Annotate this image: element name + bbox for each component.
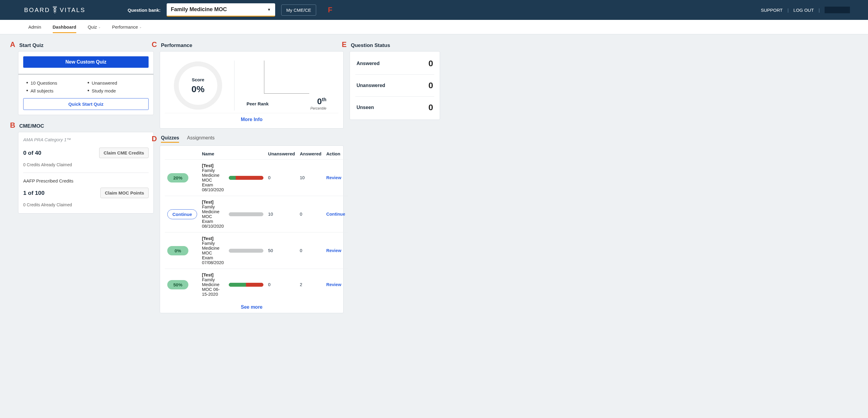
tab-quizzes[interactable]: Quizzes bbox=[161, 135, 179, 143]
cell-answered: 0 bbox=[298, 232, 324, 269]
cme-count: 0 of 40 bbox=[23, 150, 41, 156]
chevron-down-icon: ⌄ bbox=[98, 25, 101, 29]
quiz-name: [Test] Family Medicine MOC Exam 08/10/20… bbox=[199, 196, 226, 232]
score-ring: Score 0% bbox=[174, 61, 222, 109]
question-status-row: Answered 0 bbox=[355, 53, 434, 75]
quiz-name: [Test] Family Medicine MOC Exam 08/10/20… bbox=[199, 160, 226, 196]
peer-rank-block: Peer Rank 0th Percentile bbox=[234, 61, 330, 110]
topbar-right: SUPPORT | LOG OUT | bbox=[761, 7, 850, 13]
progress-bar bbox=[229, 283, 264, 287]
subnav: Admin Dashboard Quiz ⌄ Performance ⌄ bbox=[0, 20, 868, 34]
cme-title: CME/MOC bbox=[19, 123, 44, 129]
user-name-redacted[interactable] bbox=[825, 7, 850, 13]
callout-a: A bbox=[9, 40, 16, 49]
support-link[interactable]: SUPPORT bbox=[761, 7, 782, 13]
qs-value: 0 bbox=[428, 81, 433, 90]
col-action: Action bbox=[324, 148, 347, 160]
action-link[interactable]: Review bbox=[326, 175, 341, 180]
divider bbox=[23, 172, 149, 173]
new-custom-quiz-button[interactable]: New Custom Quiz bbox=[23, 56, 149, 68]
claim-moc-button[interactable]: Claim MOC Points bbox=[100, 188, 149, 198]
action-link[interactable]: Continue bbox=[326, 212, 345, 217]
nav-performance[interactable]: Performance ⌄ bbox=[112, 21, 142, 33]
qs-label: Unanswered bbox=[356, 83, 385, 88]
right-column: E Question Status Answered 0Unanswered 0… bbox=[350, 40, 440, 313]
quiz-name: [Test] Family Medicine MOC 06-15-2020 bbox=[199, 269, 226, 300]
question-bank-select[interactable]: Family Medicine MOC ▼ bbox=[167, 3, 275, 17]
start-quiz-title: Start Quiz bbox=[19, 42, 43, 49]
claim-cme-button[interactable]: Claim CME Credits bbox=[99, 148, 149, 158]
col-name: Name bbox=[199, 148, 226, 160]
quizzes-section: D Quizzes Assignments Name Unanswered An… bbox=[160, 135, 344, 313]
callout-e: E bbox=[341, 40, 348, 49]
logo: BOARD VITALS bbox=[24, 6, 86, 14]
progress-bar bbox=[229, 176, 264, 180]
caduceus-icon bbox=[51, 6, 59, 14]
nav-dashboard[interactable]: Dashboard bbox=[53, 21, 76, 33]
see-more-link[interactable]: See more bbox=[165, 300, 338, 312]
quiz-pill[interactable]: Continue bbox=[167, 209, 197, 219]
action-link[interactable]: Review bbox=[326, 282, 341, 287]
progress-bar bbox=[229, 249, 264, 253]
action-link[interactable]: Review bbox=[326, 248, 341, 253]
quiz-pill[interactable]: 0% bbox=[167, 246, 188, 255]
percentile-label: Percentile bbox=[244, 106, 330, 110]
nav-admin[interactable]: Admin bbox=[28, 21, 41, 33]
separator: | bbox=[818, 7, 820, 13]
question-status-section: E Question Status Answered 0Unanswered 0… bbox=[350, 40, 440, 120]
svg-point-1 bbox=[56, 6, 57, 7]
start-quiz-section: A Start Quiz New Custom Quiz 10 Question… bbox=[18, 40, 154, 115]
quiz-pill[interactable]: 20% bbox=[167, 173, 188, 183]
callout-d: D bbox=[151, 135, 158, 143]
col-unanswered: Unanswered bbox=[266, 148, 298, 160]
callout-c: C bbox=[151, 40, 158, 49]
question-bank-value: Family Medicine MOC bbox=[171, 6, 227, 13]
cme-claimed: 0 Credits Already Claimed bbox=[23, 162, 149, 167]
more-info-link[interactable]: More Info bbox=[165, 113, 338, 124]
quizzes-tabs: Quizzes Assignments bbox=[161, 135, 215, 143]
logout-link[interactable]: LOG OUT bbox=[794, 7, 814, 13]
page: A Start Quiz New Custom Quiz 10 Question… bbox=[0, 34, 868, 325]
moc-claimed: 0 Credits Already Claimed bbox=[23, 202, 149, 207]
svg-point-0 bbox=[53, 6, 54, 7]
chevron-down-icon: ▼ bbox=[267, 7, 271, 12]
qs-value: 0 bbox=[428, 59, 433, 68]
cme-category: AMA PRA Category 1™ bbox=[23, 137, 149, 142]
divider bbox=[19, 74, 153, 75]
callout-f: F bbox=[327, 6, 334, 14]
logo-text-left: BOARD bbox=[24, 7, 50, 13]
question-status-row: Unseen 0 bbox=[355, 97, 434, 118]
performance-title: Performance bbox=[161, 42, 192, 49]
table-row: 50% [Test] Family Medicine MOC 06-15-202… bbox=[165, 269, 347, 300]
quick-start-quiz-button[interactable]: Quick Start Quiz bbox=[23, 98, 149, 110]
left-column: A Start Quiz New Custom Quiz 10 Question… bbox=[18, 40, 154, 313]
cell-answered: 2 bbox=[298, 269, 324, 300]
logo-text-right: VITALS bbox=[60, 7, 85, 13]
performance-section: C Performance Score 0% Peer Rank 0th bbox=[160, 40, 344, 129]
tab-assignments[interactable]: Assignments bbox=[187, 135, 215, 142]
question-status-title: Question Status bbox=[351, 42, 390, 49]
quiz-pill[interactable]: 50% bbox=[167, 280, 188, 289]
question-status-row: Unanswered 0 bbox=[355, 75, 434, 97]
table-row: 0% [Test] Family Medicine MOC Exam 07/08… bbox=[165, 232, 347, 269]
table-row: Continue [Test] Family Medicine MOC Exam… bbox=[165, 196, 347, 232]
cell-answered: 0 bbox=[298, 196, 324, 232]
col-answered: Answered bbox=[298, 148, 324, 160]
cell-unanswered: 0 bbox=[266, 269, 298, 300]
progress-bar bbox=[229, 212, 264, 216]
topbar: BOARD VITALS Question bank: Family Medic… bbox=[0, 0, 868, 20]
qs-value: 0 bbox=[428, 103, 433, 112]
cell-answered: 10 bbox=[298, 160, 324, 196]
bullet: Study mode bbox=[87, 88, 146, 93]
peer-chart bbox=[264, 61, 309, 94]
table-row: 20% [Test] Family Medicine MOC Exam 08/1… bbox=[165, 160, 347, 196]
nav-quiz[interactable]: Quiz ⌄ bbox=[88, 21, 101, 33]
my-cme-ce-button[interactable]: My CME/CE bbox=[281, 4, 316, 15]
question-bank-label: Question bank: bbox=[128, 7, 161, 13]
peer-rank-value: 0th bbox=[317, 97, 327, 106]
separator: | bbox=[787, 7, 789, 13]
qs-label: Unseen bbox=[356, 105, 374, 110]
score-label: Score bbox=[192, 77, 204, 82]
quiz-defaults: 10 Questions Unanswered All subjects Stu… bbox=[23, 80, 149, 98]
cell-unanswered: 0 bbox=[266, 160, 298, 196]
